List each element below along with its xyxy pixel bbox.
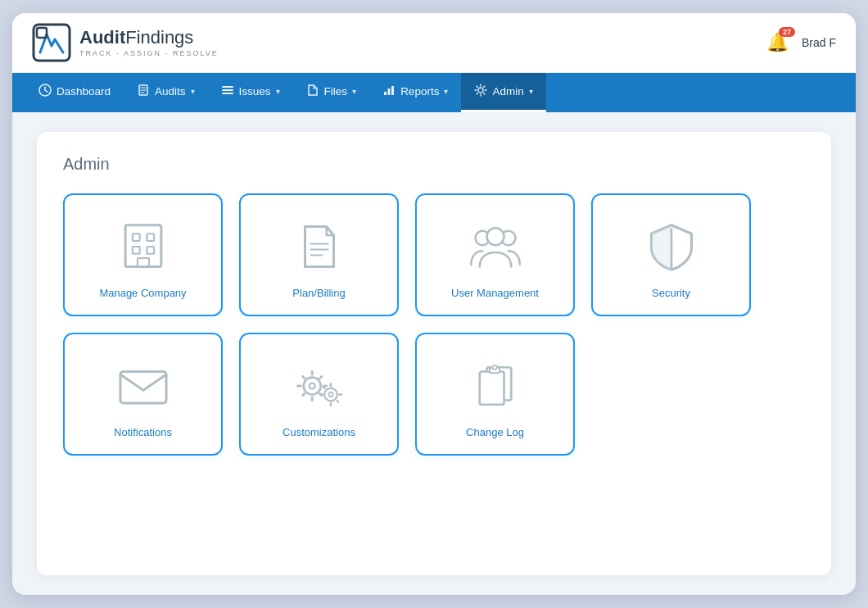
files-icon [306,84,319,99]
admin-icon [474,84,487,99]
svg-rect-8 [391,86,394,95]
svg-point-34 [324,388,337,401]
admin-grid: Manage Company Plan/Billing [63,193,751,456]
admin-panel: Admin Manage Company [37,132,831,575]
shield-icon [643,218,700,275]
svg-rect-23 [120,371,166,403]
card-label-plan-billing: Plan/Billing [292,287,345,299]
card-label-security: Security [652,287,690,299]
issues-icon [221,84,234,99]
svg-rect-0 [34,25,70,61]
reports-chevron: ▾ [444,87,448,96]
svg-point-9 [478,88,483,93]
card-label-manage-company: Manage Company [99,287,186,299]
main-content: Admin Manage Company [12,112,856,595]
svg-rect-5 [222,93,233,94]
card-plan-billing[interactable]: Plan/Billing [239,193,399,316]
svg-rect-6 [384,92,387,95]
nav-item-admin[interactable]: Admin ▾ [461,73,545,112]
card-customizations[interactable]: Customizations [239,333,399,456]
users-icon [467,218,524,275]
nav-item-dashboard[interactable]: Dashboard [25,73,124,112]
reports-icon [382,84,396,99]
card-manage-company[interactable]: Manage Company [63,193,223,316]
gears-icon [291,357,348,415]
svg-rect-43 [479,371,504,404]
header: AuditFindings TRACK - ASSIGN - RESOLVE 🔔… [12,13,856,73]
svg-rect-3 [222,86,233,88]
logo-area: AuditFindings TRACK - ASSIGN - RESOLVE [32,23,219,62]
dashboard-icon [38,84,52,99]
svg-point-45 [492,365,496,369]
svg-rect-14 [147,247,154,254]
logo-name: AuditFindings [79,28,219,48]
app-window: AuditFindings TRACK - ASSIGN - RESOLVE 🔔… [12,13,856,595]
card-label-user-management: User Management [451,287,539,299]
svg-line-33 [302,393,304,395]
nav-label-admin: Admin [492,85,523,98]
nav-item-reports[interactable]: Reports ▾ [369,73,461,112]
header-right: 🔔 27 Brad F [766,32,836,53]
notification-bell[interactable]: 🔔 27 [766,32,789,53]
svg-line-41 [337,400,338,402]
svg-line-40 [323,387,324,388]
svg-point-35 [328,392,332,396]
admin-chevron: ▾ [529,87,533,96]
logo-icon [32,23,71,62]
svg-point-24 [303,377,320,394]
card-user-management[interactable]: User Management [415,193,575,316]
building-icon [115,218,172,275]
svg-rect-15 [138,258,149,267]
svg-line-30 [302,376,304,378]
nav-label-files: Files [324,85,348,98]
envelope-icon [115,357,172,415]
clipboard-icon [467,357,524,415]
document-icon [291,218,348,275]
card-security[interactable]: Security [591,193,751,316]
card-change-log[interactable]: Change Log [415,333,575,456]
nav-label-issues: Issues [239,85,271,98]
svg-rect-4 [222,89,233,91]
card-notifications[interactable]: Notifications [63,333,223,456]
nav-label-reports: Reports [400,85,439,98]
svg-rect-13 [132,247,139,254]
nav-bar: Dashboard Audits ▾ Issues ▾ Files ▾ [12,73,856,112]
audits-icon [137,84,150,99]
svg-point-21 [486,228,504,245]
issues-chevron: ▾ [276,87,280,96]
card-label-change-log: Change Log [466,426,524,438]
nav-item-files[interactable]: Files ▾ [293,73,370,112]
logo-text: AuditFindings TRACK - ASSIGN - RESOLVE [79,28,219,57]
svg-point-25 [309,383,314,388]
svg-rect-11 [132,234,139,241]
nav-label-audits: Audits [155,85,186,98]
svg-line-32 [319,376,321,378]
nav-item-audits[interactable]: Audits ▾ [124,73,208,112]
audits-chevron: ▾ [191,87,195,96]
card-label-notifications: Notifications [114,426,172,438]
notification-badge: 27 [779,27,795,37]
user-name: Brad F [802,36,836,49]
nav-item-issues[interactable]: Issues ▾ [208,73,293,112]
page-title: Admin [63,155,805,174]
svg-rect-10 [125,225,161,266]
files-chevron: ▾ [352,87,356,96]
card-label-customizations: Customizations [283,426,355,438]
svg-rect-7 [388,88,391,95]
nav-label-dashboard: Dashboard [57,85,111,98]
svg-rect-12 [147,234,154,241]
logo-tagline: TRACK - ASSIGN - RESOLVE [79,49,219,57]
